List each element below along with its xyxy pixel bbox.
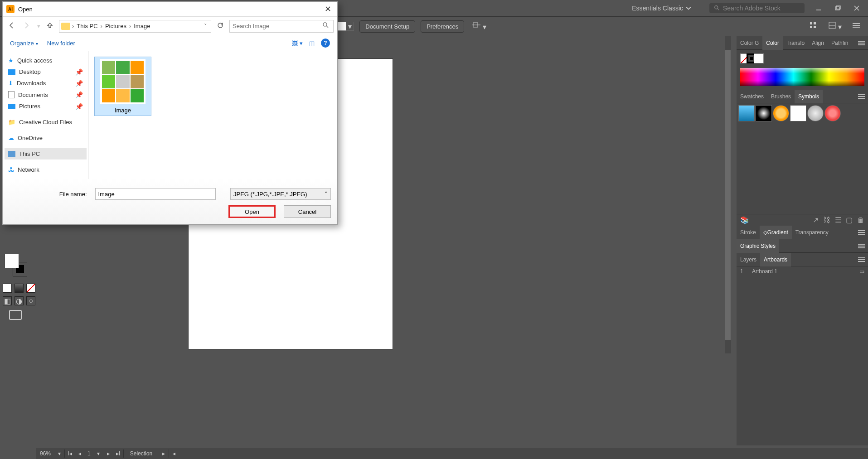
file-name-input[interactable] bbox=[95, 188, 216, 200]
artboard-dropdown[interactable]: ▾ bbox=[93, 450, 103, 457]
color-fill-stroke[interactable] bbox=[740, 53, 760, 64]
tab-stroke[interactable]: Stroke bbox=[737, 226, 760, 239]
tab-graphic-styles[interactable]: Graphic Styles bbox=[737, 239, 779, 253]
delete-icon[interactable]: 🗑 bbox=[857, 216, 864, 224]
list-icon[interactable] bbox=[850, 20, 863, 32]
sidebar-quickaccess[interactable]: ★Quick access bbox=[5, 55, 87, 66]
tab-layers[interactable]: Layers bbox=[737, 253, 760, 266]
sidebar-pictures[interactable]: Pictures📌 bbox=[5, 101, 87, 112]
workspace-switcher[interactable]: Essentials Classic bbox=[627, 3, 696, 14]
fill-stroke-tool[interactable] bbox=[5, 254, 27, 276]
preferences-button[interactable]: Preferences bbox=[421, 20, 464, 33]
dialog-search-input[interactable]: Search Image bbox=[229, 20, 334, 33]
nav-back-button[interactable] bbox=[6, 20, 17, 32]
symbol-item[interactable] bbox=[824, 105, 841, 121]
tab-brushes[interactable]: Brushes bbox=[767, 90, 795, 103]
breadcrumb-item[interactable]: This PC bbox=[76, 23, 98, 29]
graphic-style-swatch[interactable] bbox=[337, 22, 346, 31]
draw-mode-2[interactable]: ◑ bbox=[15, 296, 24, 305]
symbol-options-icon[interactable]: ☰ bbox=[835, 216, 841, 224]
color-mode-gradient[interactable] bbox=[15, 284, 24, 293]
cancel-button[interactable]: Cancel bbox=[284, 205, 331, 218]
sidebar-onedrive[interactable]: ☁OneDrive bbox=[5, 132, 87, 144]
preview-toggle[interactable]: ◫ bbox=[309, 40, 315, 47]
color-mode-none[interactable] bbox=[26, 284, 35, 293]
panel-menu-icon[interactable] bbox=[858, 93, 865, 101]
breadcrumb-item[interactable]: Pictures bbox=[104, 23, 127, 29]
draw-mode-1[interactable]: ◧ bbox=[3, 296, 12, 305]
breadcrumb-dropdown[interactable]: ˅ bbox=[204, 23, 209, 29]
sym-action-icon[interactable]: ↗ bbox=[813, 216, 819, 224]
panel-menu-icon[interactable] bbox=[858, 40, 865, 48]
nav-up-button[interactable] bbox=[44, 20, 55, 32]
zoom-dropdown[interactable]: ▾ bbox=[54, 450, 64, 457]
tab-align[interactable]: Align bbox=[808, 36, 828, 50]
tab-transform[interactable]: Transfo bbox=[783, 36, 808, 50]
color-mode-normal[interactable] bbox=[3, 284, 12, 293]
sidebar-creative-cloud[interactable]: 📁Creative Cloud Files bbox=[5, 116, 87, 128]
panel-menu-icon[interactable] bbox=[858, 229, 865, 237]
zoom-level[interactable]: 96% bbox=[36, 450, 54, 457]
sidebar-this-pc[interactable]: This PC bbox=[5, 148, 87, 159]
prev-artboard-button[interactable]: ◂ bbox=[75, 450, 85, 457]
break-link-icon[interactable]: ⛓ bbox=[823, 216, 830, 224]
sidebar-downloads[interactable]: ⬇Downloads📌 bbox=[5, 77, 87, 89]
vertical-scrollbar[interactable] bbox=[725, 36, 731, 353]
file-type-filter[interactable]: JPEG (*.JPG,*.JPE,*.JPEG)˅ bbox=[230, 188, 331, 200]
symbol-item[interactable] bbox=[807, 105, 824, 121]
draw-mode-3[interactable]: ○ bbox=[26, 296, 35, 305]
panel-menu-icon[interactable] bbox=[858, 243, 865, 251]
hscroll-left[interactable]: ◂ bbox=[169, 450, 179, 457]
breadcrumb-item[interactable]: Image bbox=[133, 23, 151, 29]
align-to-icon[interactable]: ▾ bbox=[470, 19, 489, 33]
symbol-item[interactable] bbox=[738, 105, 755, 121]
layout-icon-1[interactable] bbox=[806, 19, 820, 33]
dialog-close-button[interactable]: ✕ bbox=[322, 4, 334, 14]
artboard-row[interactable]: 1 Artboard 1 ▭ bbox=[737, 266, 868, 276]
tab-colorguide[interactable]: Color G bbox=[737, 36, 762, 50]
file-item-selected[interactable]: Image bbox=[94, 57, 151, 116]
refresh-button[interactable] bbox=[215, 20, 226, 32]
screen-mode-button[interactable] bbox=[9, 310, 22, 320]
symbol-item[interactable] bbox=[756, 105, 772, 121]
organize-menu[interactable]: Organize bbox=[10, 40, 38, 47]
open-button[interactable]: Open bbox=[228, 205, 276, 218]
scrollbar-thumb[interactable] bbox=[725, 50, 731, 340]
nav-history-dropdown[interactable]: ▾ bbox=[35, 21, 41, 31]
last-artboard-button[interactable]: ▸I bbox=[113, 450, 123, 457]
sidebar-desktop[interactable]: Desktop📌 bbox=[5, 66, 87, 77]
help-button[interactable]: ? bbox=[321, 39, 330, 48]
new-folder-button[interactable]: New folder bbox=[47, 40, 75, 47]
artboard-options-icon[interactable]: ▭ bbox=[859, 268, 864, 275]
next-artboard-button[interactable]: ▸ bbox=[103, 450, 113, 457]
maximize-button[interactable] bbox=[828, 0, 847, 16]
tab-transparency[interactable]: Transparency bbox=[792, 226, 832, 239]
close-button[interactable] bbox=[847, 0, 866, 16]
color-spectrum[interactable] bbox=[740, 68, 864, 86]
artboard-number-status[interactable]: 1 bbox=[85, 450, 93, 457]
breadcrumb[interactable]: › This PC › Pictures › Image ˅ bbox=[59, 20, 211, 33]
first-artboard-button[interactable]: I◂ bbox=[65, 450, 75, 457]
sidebar-documents[interactable]: Documents📌 bbox=[5, 89, 87, 101]
sidebar-network[interactable]: 🖧Network bbox=[5, 164, 87, 175]
fill-swatch[interactable] bbox=[5, 254, 19, 268]
minimize-button[interactable] bbox=[809, 0, 828, 16]
symbol-item[interactable] bbox=[790, 105, 806, 121]
layout-icon-2[interactable]: ▾ bbox=[825, 19, 844, 33]
graphic-style-dropdown[interactable]: ▾ bbox=[346, 22, 354, 31]
search-adobe-stock[interactable]: Search Adobe Stock bbox=[709, 3, 805, 13]
file-list[interactable]: Image bbox=[89, 51, 337, 179]
tab-color[interactable]: Color bbox=[762, 36, 783, 50]
tab-symbols[interactable]: Symbols bbox=[795, 90, 823, 103]
nav-forward-button[interactable] bbox=[21, 20, 32, 32]
tab-swatches[interactable]: Swatches bbox=[737, 90, 767, 103]
symbol-item[interactable] bbox=[773, 105, 789, 121]
view-menu[interactable]: 🖼 ▾ bbox=[292, 40, 303, 47]
status-more[interactable]: ▸ bbox=[159, 450, 169, 457]
tab-pathfinder[interactable]: Pathfin bbox=[828, 36, 852, 50]
tab-gradient[interactable]: ◇ Gradient bbox=[760, 226, 792, 239]
document-setup-button[interactable]: Document Setup bbox=[359, 20, 415, 33]
libraries-icon[interactable]: 📚 bbox=[740, 216, 749, 224]
panel-menu-icon[interactable] bbox=[858, 256, 865, 265]
tab-artboards[interactable]: Artboards bbox=[760, 253, 791, 266]
